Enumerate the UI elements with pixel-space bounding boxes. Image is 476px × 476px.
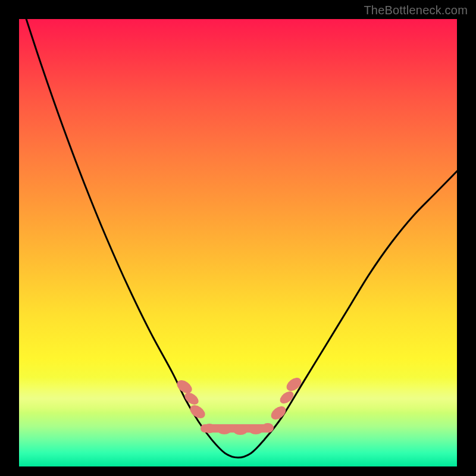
svg-point-8 bbox=[262, 423, 274, 433]
svg-point-11 bbox=[284, 375, 303, 393]
attribution-text: TheBottleneck.com bbox=[364, 4, 468, 17]
svg-point-2 bbox=[187, 403, 207, 421]
plot-area bbox=[19, 19, 457, 466]
marker-chain bbox=[174, 375, 303, 435]
bottleneck-curve bbox=[19, 0, 457, 458]
svg-point-7 bbox=[249, 425, 263, 434]
svg-point-4 bbox=[203, 424, 215, 433]
chart-frame: TheBottleneck.com bbox=[0, 0, 476, 476]
svg-point-5 bbox=[217, 425, 231, 434]
svg-point-6 bbox=[233, 425, 248, 435]
svg-point-0 bbox=[174, 378, 194, 396]
curve-svg bbox=[19, 19, 457, 466]
